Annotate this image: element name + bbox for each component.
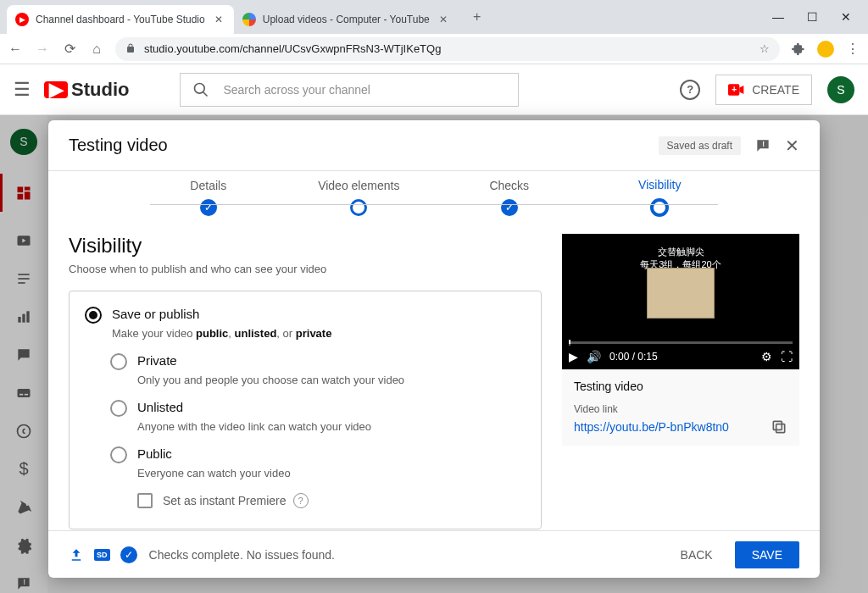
browser-tab-inactive[interactable]: Upload videos - Computer - YouTube ✕ <box>234 5 459 34</box>
radio-description: Make your video public, unlisted, or pri… <box>112 327 526 340</box>
back-button[interactable]: BACK <box>667 541 726 568</box>
video-controls: ▶ 🔊 0:00 / 0:15 ⚙ ⛶ <box>562 344 799 369</box>
footer-status-icons: SD ✓ <box>69 546 137 563</box>
step-dot-active-icon <box>650 198 669 217</box>
close-icon[interactable]: ✕ <box>785 136 799 156</box>
forward-icon[interactable]: → <box>34 41 51 58</box>
logo-text: Studio <box>71 79 129 101</box>
feedback-icon[interactable]: ! <box>754 137 771 154</box>
dialog-body: Visibility Choose when to publish and wh… <box>48 217 820 530</box>
radio-icon[interactable] <box>110 400 127 417</box>
radio-description: Only you and people you choose can watch… <box>137 374 526 386</box>
svg-text:+: + <box>732 85 737 94</box>
studio-header: ☰ ▶ Studio Search across your channel ? … <box>0 64 868 115</box>
svg-rect-23 <box>72 559 81 561</box>
dialog-title: Testing video <box>69 136 168 155</box>
home-icon[interactable]: ⌂ <box>88 41 105 58</box>
create-video-icon: + <box>728 84 745 96</box>
hamburger-icon[interactable]: ☰ <box>14 79 31 101</box>
preview-info: Testing video Video link https://youtu.b… <box>562 369 799 446</box>
checks-complete-icon: ✓ <box>120 546 137 563</box>
option-public[interactable]: Public Everyone can watch your video <box>110 446 526 479</box>
new-tab-button[interactable]: + <box>465 5 489 29</box>
video-figure <box>647 268 715 319</box>
create-button[interactable]: + CREATE <box>715 75 812 105</box>
main-area: S $ ! Testing video Saved as draft ! ✕ <box>0 115 868 593</box>
save-or-publish-box: Save or publish Make your video public, … <box>69 291 542 529</box>
volume-icon[interactable]: 🔊 <box>587 350 601 363</box>
option-private[interactable]: Private Only you and people you choose c… <box>110 353 526 386</box>
extensions-icon[interactable] <box>790 41 807 58</box>
close-window-icon[interactable]: ✕ <box>837 10 854 24</box>
step-details[interactable]: Details ✓ <box>133 179 284 216</box>
preview-video-title: Testing video <box>574 380 787 393</box>
radio-icon[interactable] <box>110 353 127 370</box>
video-time: 0:00 / 0:15 <box>609 351 658 363</box>
upload-dialog: Testing video Saved as draft ! ✕ Details… <box>48 120 820 578</box>
step-video-elements[interactable]: Video elements <box>284 179 435 216</box>
close-icon[interactable]: ✕ <box>212 13 225 26</box>
stepper: Details ✓ Video elements Checks ✓ Visibi… <box>48 171 820 217</box>
upload-complete-icon <box>69 547 84 563</box>
studio-logo[interactable]: ▶ Studio <box>44 79 129 101</box>
search-input[interactable]: Search across your channel <box>180 73 519 107</box>
step-checks[interactable]: Checks ✓ <box>434 179 585 216</box>
radio-icon[interactable] <box>110 446 127 463</box>
tab-title: Channel dashboard - YouTube Studio <box>36 14 205 25</box>
footer-status-text: Checks complete. No issues found. <box>149 548 335 562</box>
step-visibility[interactable]: Visibility <box>585 178 736 217</box>
svg-text:!: ! <box>762 139 765 147</box>
browser-tab-bar: ▶ Channel dashboard - YouTube Studio ✕ U… <box>0 0 868 34</box>
reload-icon[interactable]: ⟳ <box>61 41 78 58</box>
back-icon[interactable]: ← <box>7 41 24 58</box>
url-input[interactable]: studio.youtube.com/channel/UCsvGxwpnFRsN… <box>115 37 780 61</box>
premiere-checkbox-row[interactable]: Set as instant Premiere ? <box>137 493 526 508</box>
info-icon[interactable]: ? <box>293 493 309 508</box>
avatar[interactable]: S <box>827 76 854 103</box>
profile-icon[interactable] <box>817 41 834 58</box>
radio-label: Private <box>137 353 177 368</box>
fullscreen-icon[interactable]: ⛶ <box>781 350 793 363</box>
play-icon[interactable]: ▶ <box>569 350 578 363</box>
minimize-icon[interactable]: — <box>770 10 787 24</box>
radio-description: Anyone with the video link can watch you… <box>137 420 526 433</box>
checkbox-icon[interactable] <box>137 493 153 508</box>
kebab-menu-icon[interactable]: ⋮ <box>844 41 861 58</box>
radio-label: Public <box>137 446 172 461</box>
close-icon[interactable]: ✕ <box>437 13 450 26</box>
avatar-letter: S <box>837 83 844 97</box>
radio-label: Unlisted <box>137 400 183 414</box>
step-dot-icon <box>350 199 367 216</box>
radio-description: Everyone can watch your video <box>137 467 526 479</box>
preview-link[interactable]: https://youtu.be/P-bnPkw8tn0 <box>574 420 729 434</box>
dialog-header: Testing video Saved as draft ! ✕ <box>48 120 820 171</box>
window-controls: — ☐ ✕ <box>770 10 861 24</box>
preview-panel: 交替触脚尖 每天3组，每组20个 ▶ 🔊 0:00 / 0:15 ⚙ ⛶ <box>562 234 799 530</box>
svg-rect-22 <box>773 421 782 430</box>
preview-link-label: Video link <box>574 403 787 415</box>
settings-gear-icon[interactable]: ⚙ <box>761 350 772 363</box>
radio-icon[interactable] <box>85 307 102 324</box>
maximize-icon[interactable]: ☐ <box>804 10 821 24</box>
search-icon <box>192 81 209 98</box>
hd-badge-icon: SD <box>94 549 110 561</box>
bookmark-star-icon[interactable]: ☆ <box>760 42 770 55</box>
check-icon: ✓ <box>200 199 217 216</box>
browser-toolbar: ← → ⟳ ⌂ studio.youtube.com/channel/UCsvG… <box>0 34 868 64</box>
youtube-play-icon: ▶ <box>44 81 68 98</box>
save-button[interactable]: SAVE <box>735 541 799 568</box>
copy-icon[interactable] <box>771 418 787 435</box>
footer-actions: BACK SAVE <box>667 541 799 568</box>
browser-tab-active[interactable]: ▶ Channel dashboard - YouTube Studio ✕ <box>7 5 234 34</box>
section-subtitle: Choose when to publish and who can see y… <box>69 263 542 275</box>
url-text: studio.youtube.com/channel/UCsvGxwpnFRsN… <box>144 42 441 55</box>
svg-line-1 <box>203 91 208 96</box>
header-actions: ? + CREATE S <box>680 75 854 105</box>
video-preview[interactable]: 交替触脚尖 每天3组，每组20个 ▶ 🔊 0:00 / 0:15 ⚙ ⛶ <box>562 234 799 369</box>
section-title: Visibility <box>69 234 542 258</box>
radio-save-or-publish[interactable]: Save or publish <box>85 307 526 324</box>
option-unlisted[interactable]: Unlisted Anyone with the video link can … <box>110 400 526 433</box>
help-icon[interactable]: ? <box>680 80 700 100</box>
check-icon: ✓ <box>501 199 518 216</box>
svg-point-0 <box>195 83 205 93</box>
